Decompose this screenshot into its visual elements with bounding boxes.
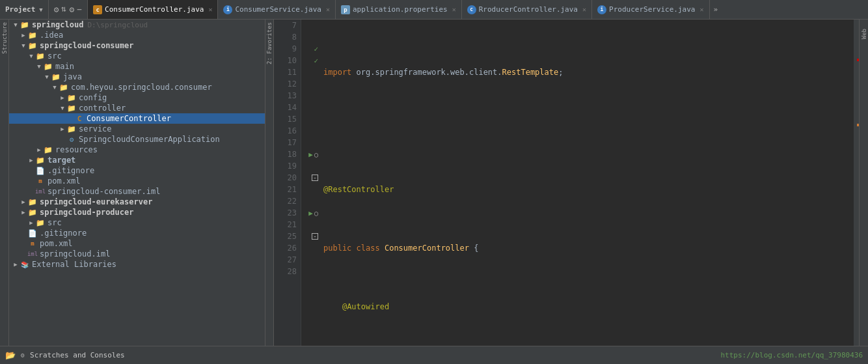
tree-item-gitignore[interactable]: ▶ 📄 .gitignore (9, 165, 265, 176)
tab-overflow[interactable]: » (710, 0, 722, 19)
tree-item-iml[interactable]: ▶ iml springcloud-consumer.iml (9, 186, 265, 197)
bottom-bar-left: 📂 ⚙ Scratches and Consoles (5, 350, 714, 360)
project-dropdown-arrow[interactable]: ▼ (39, 7, 42, 13)
code-line-10: public class ConsumerController { (323, 242, 854, 254)
split-icon[interactable]: ⇄ (59, 7, 69, 12)
tree-item-consumer[interactable]: ▼ 📁 springcloud-consumer (9, 40, 265, 51)
structure-tab[interactable]: Structure (1, 20, 8, 57)
info-icon: i (223, 5, 232, 14)
arrow-idea: ▶ (20, 32, 27, 38)
arrow-service: ▶ (59, 126, 66, 132)
gutter-row-26 (301, 242, 321, 254)
gutter-row-16 (301, 125, 321, 137)
label-springcloud: springcloud (32, 20, 83, 29)
code-editor: 7 8 9 10 11 12 13 14 15 16 17 18 19 20 2… (274, 20, 859, 346)
tab-consumer-service[interactable]: i ConsumerService.java ✕ (218, 0, 335, 19)
tab-label-2: ConsumerService.java (235, 5, 321, 14)
tab-label-5: ProducerService.java (609, 5, 695, 14)
tab-close-icon-4[interactable]: ✕ (582, 6, 586, 13)
debug-icon-23[interactable]: ◯ (314, 210, 318, 217)
fold-marker-20[interactable]: - (312, 175, 318, 181)
run-icon-23[interactable]: ▶ (308, 209, 313, 217)
tree-item-eureka[interactable]: ▶ 📁 springcloud-eurekaserver (9, 197, 265, 207)
gutter-row-21b (301, 219, 321, 231)
label-java-folder: java (63, 72, 82, 81)
settings-icon[interactable]: ⚙ (54, 5, 59, 14)
gutter-row-8 (301, 31, 321, 43)
tree-item-consumer-controller-file[interactable]: ▶ C ConsumerController (9, 113, 265, 124)
tree-item-pom2[interactable]: ▶ m pom.xml (9, 238, 265, 249)
xml-icon-2: m (27, 239, 38, 248)
producer-svc-icon: i (597, 5, 606, 14)
tree-item-service[interactable]: ▶ 📁 service (9, 124, 265, 134)
web-tab[interactable]: Web (860, 26, 868, 42)
fold-marker-25[interactable]: - (312, 233, 318, 240)
label-springcloud-iml: springcloud.iml (40, 249, 110, 259)
tab-producer-service[interactable]: i ProducerService.java ✕ (592, 0, 709, 19)
tab-close-icon-5[interactable]: ✕ (699, 6, 703, 13)
iml-icon: iml (35, 187, 46, 196)
arrow-resources: ▶ (35, 147, 43, 153)
warning-marker (857, 124, 859, 126)
tree-item-src[interactable]: ▼ 📁 src (9, 51, 265, 61)
minus-icon[interactable]: − (77, 5, 82, 14)
tab-application-props[interactable]: p application.properties ✕ (336, 0, 462, 19)
tree-item-pkg[interactable]: ▼ 📁 com.heyou.springcloud.consumer (9, 82, 265, 92)
gutter-row-20: - (301, 172, 321, 184)
scratches-icon: ⚙ (21, 352, 25, 359)
debug-icon-18[interactable]: ◯ (314, 151, 318, 158)
tree-item-ext-libs[interactable]: ▶ 📚 External Libraries (9, 259, 265, 270)
gear-icon[interactable]: ⚙ (69, 5, 74, 14)
tree-item-resources[interactable]: ▶ 📁 resources (9, 145, 265, 155)
java-icon: c (93, 5, 102, 14)
tree-item-pom[interactable]: ▶ m pom.xml (9, 176, 265, 186)
tree-item-springcloud-iml[interactable]: ▶ iml springcloud.iml (9, 249, 265, 259)
folder-icon-main: 📁 (43, 62, 53, 71)
tab-close-icon-2[interactable]: ✕ (326, 6, 330, 13)
run-icon-18[interactable]: ▶ (308, 150, 313, 159)
tab-close-icon-3[interactable]: ✕ (452, 6, 456, 13)
csdn-url[interactable]: https://blog.csdn.net/qq_37980436 (720, 351, 863, 359)
tree-item-config[interactable]: ▶ 📁 config (9, 92, 265, 103)
tree-item-idea[interactable]: ▶ 📁 .idea (9, 30, 265, 40)
label-service: service (79, 124, 112, 133)
folder-icon-config: 📁 (66, 93, 77, 102)
rroducer-icon: c (467, 5, 476, 14)
tree-item-src2[interactable]: ▶ 📁 src (9, 217, 265, 228)
tree-item-app[interactable]: ▶ ⚙ SpringcloudConsumerApplication (9, 134, 265, 145)
tree-item-gitignore2[interactable]: ▶ 📄 .gitignore (9, 228, 265, 238)
annotation-marker-9: ✓ (314, 45, 318, 53)
label-pkg: com.heyou.springcloud.consumer (71, 83, 212, 92)
folder-icon-src2: 📁 (35, 218, 46, 227)
error-marker-1 (857, 59, 859, 61)
tree-item-target[interactable]: ▶ 📁 target (9, 155, 265, 165)
folder-icon-resources: 📁 (43, 145, 53, 154)
favorites-tab[interactable]: 2: Favorites (265, 20, 273, 67)
gitignore-icon-2: 📄 (27, 229, 38, 238)
tab-consumer-controller[interactable]: c ConsumerController.java ✕ (88, 0, 218, 19)
arrow-ext-libs: ▶ (12, 261, 20, 268)
tree-item-controller[interactable]: ▼ 📁 controller (9, 103, 265, 113)
file-tree: ▼ 📁 springcloud D:\springcloud ▶ 📁 .idea (9, 20, 265, 346)
tab-label: ConsumerController.java (105, 5, 204, 14)
label-pom: pom.xml (47, 176, 81, 186)
label-controller: controller (79, 104, 126, 113)
arrow-java-folder: ▼ (43, 74, 51, 80)
tree-item-java-folder[interactable]: ▼ 📁 java (9, 72, 265, 82)
code-content: 7 8 9 10 11 12 13 14 15 16 17 18 19 20 2… (274, 20, 859, 346)
code-line-11: @Autowired (323, 301, 854, 313)
gutter-row-7 (301, 20, 321, 31)
folder-icon-target: 📁 (35, 156, 46, 165)
tree-item-springcloud[interactable]: ▼ 📁 springcloud D:\springcloud (9, 20, 265, 30)
tab-rroducer-controller[interactable]: c RroducerController.java ✕ (462, 0, 592, 19)
bottom-bar: 📂 ⚙ Scratches and Consoles https://blog.… (0, 346, 868, 364)
class-marker: ✓ (314, 57, 318, 65)
arrow-producer-folder: ▶ (20, 209, 27, 216)
tab-close-icon[interactable]: ✕ (208, 6, 212, 13)
folder-icon-springcloud: 📁 (20, 20, 30, 29)
project-label: Project (5, 5, 35, 14)
gitignore-icon: 📄 (35, 166, 46, 175)
tree-item-main[interactable]: ▼ 📁 main (9, 61, 265, 72)
label-iml: springcloud-consumer.iml (47, 187, 160, 196)
tree-item-producer-folder[interactable]: ▶ 📁 springcloud-producer (9, 207, 265, 217)
